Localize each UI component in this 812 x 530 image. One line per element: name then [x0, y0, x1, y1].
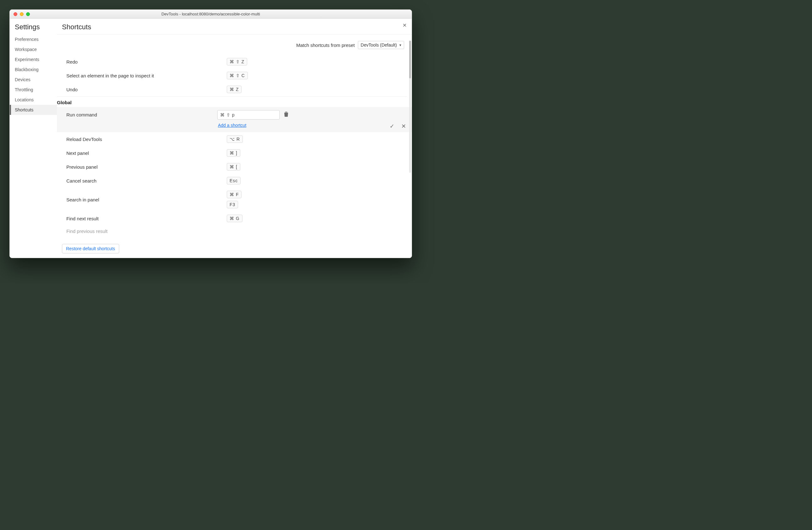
shortcut-row[interactable]: Find next result ⌘ G — [57, 211, 412, 225]
window-title: DevTools - localhost:8080/demo/accessibl… — [10, 12, 412, 16]
shortcut-label: Reload DevTools — [66, 137, 227, 142]
key-chip: Esc — [227, 177, 241, 184]
cancel-edit-icon[interactable]: ✕ — [401, 123, 406, 129]
scrollbar-thumb[interactable] — [409, 41, 411, 78]
key-chip: ⌘ [ — [227, 163, 240, 171]
shortcut-label: Run command — [66, 110, 217, 128]
close-settings-button[interactable]: ✕ — [403, 23, 407, 28]
shortcut-label: Select an element in the page to inspect… — [66, 73, 227, 78]
shortcut-label: Cancel search — [66, 178, 227, 183]
pane-title: Shortcuts — [62, 23, 91, 31]
sidebar-item-shortcuts[interactable]: Shortcuts — [10, 105, 57, 115]
sidebar-item-devices[interactable]: Devices — [10, 74, 57, 85]
shortcut-row[interactable]: Previous panel ⌘ [ — [57, 160, 412, 174]
shortcut-input[interactable] — [217, 110, 279, 120]
shortcut-label: Search in panel — [66, 197, 227, 203]
sidebar-item-throttling[interactable]: Throttling — [10, 85, 57, 95]
key-chip: ⌘ ⇧ C — [227, 72, 248, 79]
shortcut-row-editing: Run command Add a shortcut ✓ — [57, 107, 412, 132]
shortcut-row[interactable]: Undo ⌘ Z — [57, 82, 412, 96]
shortcut-row[interactable]: Find previous result — [57, 225, 412, 237]
shortcut-row[interactable]: Reload DevTools ⌥ R — [57, 132, 412, 146]
shortcut-label: Previous panel — [66, 164, 227, 170]
preset-label: Match shortcuts from preset — [296, 42, 355, 48]
shortcut-list[interactable]: Redo ⌘ ⇧ Z Select an element in the page… — [57, 55, 412, 258]
confirm-edit-icon[interactable]: ✓ — [390, 123, 394, 129]
devtools-window: DevTools - localhost:8080/demo/accessibl… — [10, 10, 412, 258]
key-chip: ⌥ R — [227, 135, 243, 143]
scrollbar[interactable] — [409, 41, 411, 173]
chevron-down-icon: ▼ — [399, 43, 402, 47]
settings-heading: Settings — [10, 23, 57, 34]
key-chip: ⌘ ⇧ Z — [227, 58, 247, 66]
shortcut-label: Find next result — [66, 216, 227, 221]
shortcut-row[interactable]: Next panel ⌘ ] — [57, 146, 412, 160]
shortcut-row[interactable]: Select an element in the page to inspect… — [57, 69, 412, 82]
preset-value: DevTools (Default) — [361, 42, 397, 47]
key-chip: ⌘ ] — [227, 149, 240, 157]
sidebar-item-locations[interactable]: Locations — [10, 95, 57, 105]
section-global-heading: Global — [57, 96, 407, 107]
shortcuts-pane: Shortcuts ✕ Match shortcuts from preset … — [57, 18, 412, 258]
key-chip: ⌘ G — [227, 215, 243, 222]
sidebar-item-workspace[interactable]: Workspace — [10, 44, 57, 54]
settings-sidebar: Settings Preferences Workspace Experimen… — [10, 18, 57, 258]
shortcut-row[interactable]: Redo ⌘ ⇧ Z — [57, 55, 412, 69]
titlebar: DevTools - localhost:8080/demo/accessibl… — [10, 10, 412, 18]
sidebar-item-preferences[interactable]: Preferences — [10, 34, 57, 44]
key-chip: ⌘ Z — [227, 86, 242, 93]
add-shortcut-link[interactable]: Add a shortcut — [217, 123, 246, 128]
key-chip: F3 — [227, 201, 238, 208]
shortcut-label: Undo — [66, 87, 227, 92]
shortcut-row[interactable]: Search in panel ⌘ F F3 — [57, 187, 412, 211]
sidebar-item-blackboxing[interactable]: Blackboxing — [10, 65, 57, 74]
sidebar-item-experiments[interactable]: Experiments — [10, 54, 57, 65]
delete-shortcut-icon[interactable] — [284, 112, 288, 118]
key-chip: ⌘ F — [227, 191, 242, 198]
preset-select[interactable]: DevTools (Default) ▼ — [358, 41, 404, 49]
shortcut-row[interactable]: Cancel search Esc — [57, 174, 412, 187]
shortcut-label: Find previous result — [66, 228, 227, 234]
shortcut-label: Redo — [66, 59, 227, 65]
restore-defaults-button[interactable]: Restore default shortcuts — [62, 244, 119, 253]
shortcut-label: Next panel — [66, 151, 227, 156]
